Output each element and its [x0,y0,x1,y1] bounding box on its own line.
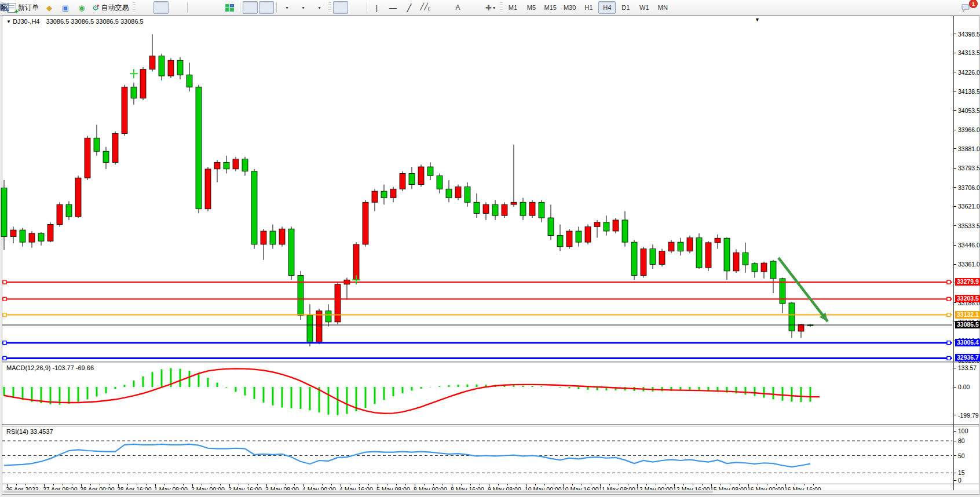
candle[interactable] [807,324,813,327]
candle[interactable] [94,125,100,156]
candle[interactable] [242,157,248,176]
candle[interactable] [687,236,693,254]
candle[interactable] [85,136,90,180]
text-label-button[interactable]: T [467,1,482,14]
candle[interactable] [103,147,109,169]
candle[interactable] [316,309,322,344]
candle[interactable] [455,185,461,200]
indicators-button[interactable]: ▾ [279,1,294,14]
candle[interactable] [529,200,535,218]
templates-button[interactable]: ▾ [312,1,327,14]
timeframe-button-h1[interactable]: H1 [580,1,597,14]
candle[interactable] [57,202,63,226]
candle[interactable] [539,200,544,222]
candle[interactable] [446,180,452,202]
candle[interactable] [205,167,211,211]
auto-trading-button[interactable]: ⚙● 自动交易 [90,1,131,14]
macd-panel[interactable] [2,363,953,424]
candle[interactable] [641,247,646,278]
timeframe-button-mn[interactable]: MN [654,1,671,14]
panel-separator[interactable] [2,424,979,425]
candle[interactable] [390,187,396,202]
horizontal-line-object[interactable] [2,356,952,360]
candle[interactable] [696,233,702,269]
timeframe-button-w1[interactable]: W1 [635,1,653,14]
candle[interactable] [288,226,294,280]
candle[interactable] [279,226,285,246]
crosshair-button[interactable] [349,1,364,14]
candle[interactable] [418,165,424,187]
search-button[interactable] [944,1,959,14]
line-handle[interactable] [947,297,950,301]
candle[interactable] [502,202,507,218]
candle[interactable] [10,226,16,243]
candle[interactable] [344,277,350,299]
line-handle[interactable] [947,280,950,284]
zoom-out-button[interactable] [206,1,221,14]
candle[interactable] [1,180,7,250]
candlestick-chart-button[interactable] [153,1,169,14]
candle[interactable] [233,157,239,171]
candle[interactable] [780,277,785,313]
timeframe-button-m1[interactable]: M1 [504,1,522,14]
candle[interactable] [224,156,229,174]
bar-chart-button[interactable] [137,1,152,14]
rsi-panel[interactable] [2,427,953,484]
candle[interactable] [465,182,470,207]
line-handle[interactable] [3,356,6,360]
cross-marker[interactable] [130,69,138,78]
candle[interactable] [409,167,415,189]
candle[interactable] [622,211,628,247]
candle[interactable] [298,271,303,320]
horizontal-line-object[interactable] [2,280,952,284]
chart-shift-button[interactable] [259,1,274,14]
candle[interactable] [752,262,758,278]
horizontal-line-button[interactable]: — [386,1,401,14]
timeframe-button-m5[interactable]: M5 [523,1,540,14]
candle[interactable] [437,173,443,193]
vertical-line-button[interactable]: | [370,1,385,14]
timeframe-button-h4[interactable]: H4 [598,1,616,14]
candle[interactable] [724,237,730,280]
candle[interactable] [798,324,804,338]
candle[interactable] [20,228,25,247]
candle[interactable] [474,193,480,218]
candle[interactable] [659,249,665,267]
new-order-button[interactable]: + 新订单 [6,1,41,14]
scrollbar-thumb[interactable] [3,491,713,493]
candle[interactable] [75,176,81,218]
candle[interactable] [131,83,137,105]
candle[interactable] [631,240,637,280]
candle[interactable] [566,229,572,248]
candle[interactable] [483,202,489,220]
candle[interactable] [363,200,368,246]
trendline-button[interactable]: ╱ [402,1,417,14]
timeframe-button-d1[interactable]: D1 [617,1,634,14]
candle[interactable] [789,302,795,338]
auto-scroll-button[interactable] [243,1,258,14]
candle[interactable] [761,262,767,279]
cursor-button[interactable] [333,1,348,14]
candle[interactable] [187,63,192,92]
line-handle[interactable] [947,341,950,345]
fibonacci-button[interactable]: F [434,1,449,14]
tile-windows-button[interactable] [222,1,237,14]
line-handle[interactable] [3,313,6,317]
candle[interactable] [594,220,600,238]
candle[interactable] [548,204,554,240]
candle[interactable] [140,67,146,100]
candle[interactable] [492,200,498,220]
timeframe-button-m15[interactable]: M15 [542,1,560,14]
candle[interactable] [159,54,164,81]
candle[interactable] [427,162,433,180]
candle[interactable] [335,282,341,324]
candle[interactable] [47,222,53,242]
candle[interactable] [381,185,387,204]
line-handle[interactable] [3,297,6,301]
candle[interactable] [585,224,591,244]
candle[interactable] [613,218,619,233]
candle[interactable] [112,131,118,165]
candle[interactable] [650,244,656,269]
panel-separator[interactable] [2,361,979,361]
candle[interactable] [705,241,711,271]
